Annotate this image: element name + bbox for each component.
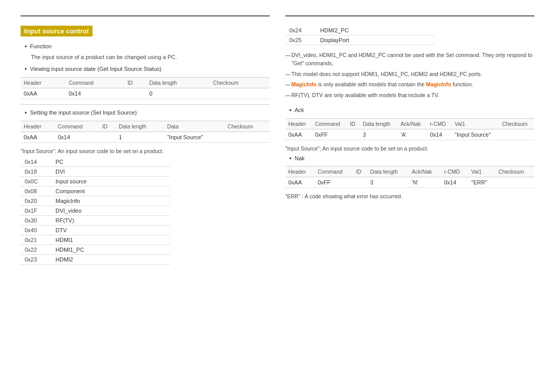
source-name: HDMI2 — [51, 254, 170, 264]
source-name: DVI — [51, 166, 170, 176]
left-column: Input source control • Function The inpu… — [21, 15, 270, 266]
get-header-checksum: Checksum — [210, 77, 270, 88]
nak-header-id: ID — [353, 166, 367, 177]
nak-header-command: Command — [314, 166, 353, 177]
nak-row-header: 0xAA — [285, 177, 314, 188]
get-row-id — [124, 88, 146, 99]
source-name: HDMI2_PC — [316, 26, 435, 35]
table-row: 0xAA 0xFF 3 'N' 0x14 "ERR" — [285, 177, 534, 188]
set-table: Header Command ID Data length Data Check… — [21, 121, 270, 143]
ack-row-datalength: 3 — [360, 129, 398, 140]
page-container: Input source control • Function The inpu… — [21, 15, 534, 266]
source-code: 0x24 — [285, 26, 316, 35]
setting-label: Setting the input source (Set Input Sour… — [30, 109, 137, 117]
set-header-command: Command — [54, 121, 99, 132]
table-row: 0xAA 0x14 1 "Input Source" — [21, 132, 270, 142]
list-item: 0x1FDVI_video — [21, 206, 170, 215]
ack-header-header: Header — [285, 118, 312, 129]
note-2: This model does not support HDMI1, HDMI1… — [285, 70, 534, 79]
set-header-checksum: Checksum — [225, 121, 270, 132]
list-item: 0x21HDMI1 — [21, 235, 170, 245]
source-name: DTV — [51, 225, 170, 235]
list-item: 0x22HDMI1_PC — [21, 245, 170, 254]
ack-source-note: "Input Source": An input source code to … — [285, 145, 534, 152]
ack-row-rcmd: 0x14 — [427, 129, 452, 140]
list-item: 0x0CInput source — [21, 176, 170, 186]
get-table: Header Command ID Data length Checksum 0… — [21, 77, 270, 99]
nak-row-rcmd: 0x14 — [441, 177, 468, 188]
table-row: 0xAA 0xFF 3 'A' 0x14 "Input Source" — [285, 129, 534, 140]
source-code: 0x20 — [21, 196, 51, 206]
source-code: 0x40 — [21, 225, 51, 235]
source-name: DisplayPort — [316, 35, 435, 45]
section-divider-1 — [21, 104, 270, 105]
ack-header-id: ID — [347, 118, 360, 129]
source-code: 0x14 — [21, 157, 51, 167]
set-header-data: Data — [164, 121, 225, 132]
note-rftv: RF(TV), DTV are only available with mode… — [285, 91, 534, 100]
source-code: 0x1F — [21, 206, 51, 215]
source-name: HDMI1 — [51, 235, 170, 245]
top-divider — [21, 15, 270, 16]
list-item: 0x23HDMI2 — [21, 254, 170, 264]
setting-bullet-item: • Setting the input source (Set Input So… — [25, 109, 270, 118]
nak-row-id — [353, 177, 367, 188]
ack-row-id — [347, 129, 360, 140]
nak-table: Header Command ID Data length Ack/Nak r-… — [285, 166, 534, 188]
set-row-datalength: 1 — [116, 132, 164, 142]
get-row-datalength: 0 — [146, 88, 210, 99]
bullet-dot-3: • — [25, 109, 27, 118]
source-note-left: "Input Source": An input source code to … — [21, 148, 270, 154]
source-name: Input source — [51, 176, 170, 186]
ack-header-acknak: Ack/Nak — [398, 118, 427, 129]
list-item: 0x30RF(TV) — [21, 215, 170, 225]
bullet-dot-ack: • — [289, 106, 291, 115]
magicinfo-highlight-2: MagicInfo — [426, 81, 451, 87]
nak-row-acknak: 'N' — [409, 177, 441, 188]
ack-label: Ack — [294, 106, 304, 114]
nak-header-rcmd: r-CMD — [441, 166, 468, 177]
nak-header-header: Header — [285, 166, 314, 177]
set-row-command: 0x14 — [54, 132, 99, 142]
source-code-table-right: 0x24HDMI2_PC0x25DisplayPort — [285, 26, 435, 45]
source-name: HDMI1_PC — [51, 245, 170, 254]
nak-header-checksum: Checksum — [495, 166, 534, 177]
set-row-header: 0xAA — [21, 132, 54, 142]
get-header-datalength: Data length — [146, 77, 210, 88]
get-header-header: Header — [21, 77, 66, 88]
ack-row-checksum — [499, 129, 534, 140]
list-item: 0x18DVI — [21, 166, 170, 176]
ack-row-command: 0xFF — [312, 129, 347, 140]
function-bullet-item: • Function — [25, 43, 270, 51]
set-row-id — [99, 132, 116, 142]
set-header-datalength: Data length — [116, 121, 164, 132]
nak-row-command: 0xFF — [314, 177, 353, 188]
source-code: 0x25 — [285, 35, 316, 45]
source-name: MagicInfo — [51, 196, 170, 206]
nak-row-val1: "ERR" — [468, 177, 495, 188]
ack-row-val1: "Input Source" — [452, 129, 499, 140]
source-name: Component — [51, 186, 170, 196]
get-row-header: 0xAA — [21, 88, 66, 99]
list-item: 0x20MagicInfo — [21, 196, 170, 206]
note-magicinfo: MagicInfo is only available with models … — [285, 81, 534, 89]
source-code: 0x30 — [21, 215, 51, 225]
function-desc: The input source of a product can be cha… — [31, 53, 270, 61]
nak-row-datalength: 3 — [367, 177, 409, 188]
get-row-checksum — [210, 88, 270, 99]
set-row-data: "Input Source" — [164, 132, 225, 142]
get-row-command: 0x14 — [66, 88, 124, 99]
top-divider-right — [285, 15, 534, 16]
source-code: 0x0C — [21, 176, 51, 186]
list-item: 0x24HDMI2_PC — [285, 26, 435, 35]
list-item: 0x14PC — [21, 157, 170, 167]
set-header-id: ID — [99, 121, 116, 132]
ack-header-val1: Val1 — [452, 118, 499, 129]
nak-row-checksum — [495, 177, 534, 188]
function-label: Function — [30, 43, 51, 50]
source-name: RF(TV) — [51, 215, 170, 225]
note-1: DVI_video, HDMI1_PC and HDMI2_PC cannot … — [285, 51, 534, 68]
ack-table: Header Command ID Data length Ack/Nak r-… — [285, 118, 534, 140]
right-column: 0x24HDMI2_PC0x25DisplayPort DVI_video, H… — [285, 15, 534, 266]
source-code: 0x23 — [21, 254, 51, 264]
